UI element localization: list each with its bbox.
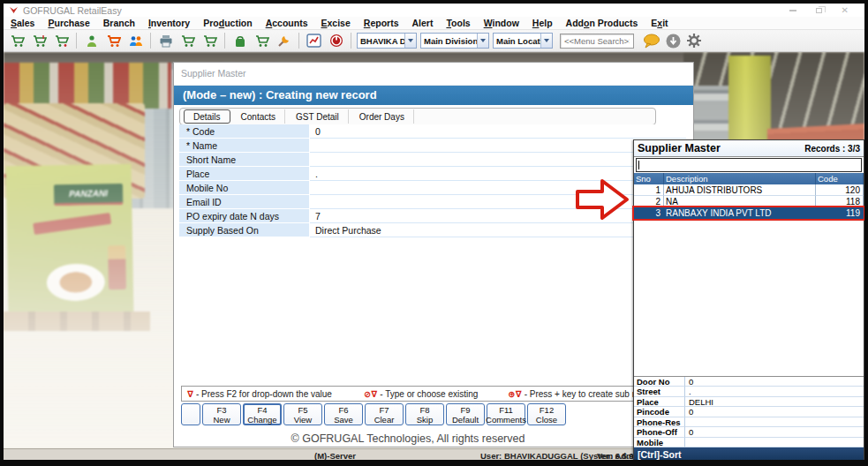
minimize-icon[interactable] xyxy=(789,10,796,11)
short-name-field[interactable] xyxy=(310,153,686,167)
division-combobox-value: Main Division xyxy=(421,36,477,46)
chat-bubble-icon[interactable] xyxy=(643,34,660,49)
f6-save-button[interactable]: F6Save xyxy=(324,403,363,425)
server-mode-label: (M)-Server xyxy=(314,451,356,460)
menu-excise[interactable]: Excise xyxy=(321,18,351,28)
purchase-cart-icon[interactable] xyxy=(29,32,49,50)
toolbar-separator xyxy=(351,33,351,49)
tools-wrench-icon[interactable] xyxy=(274,32,294,50)
menu-purchase[interactable]: Purchase xyxy=(48,18,89,28)
menu-sales[interactable]: Sales xyxy=(11,18,34,28)
hint-bar: ∇ - Press F2 for drop-down the value ⊘∇ … xyxy=(181,386,676,402)
table-header-row: Sno Description Code xyxy=(634,173,864,184)
mobile-label: Mobile xyxy=(634,438,685,448)
supply-based-on-field[interactable]: Direct Purchase xyxy=(310,223,686,237)
f3-new-button[interactable]: F3New xyxy=(202,403,241,425)
f5-view-button[interactable]: F5View xyxy=(283,403,322,425)
short-name-label: Short Name xyxy=(179,153,310,167)
supplier-filter-input[interactable] xyxy=(636,158,862,172)
restore-icon[interactable] xyxy=(816,8,822,13)
tab-gst-detail[interactable]: GST Detail xyxy=(287,109,349,124)
menu-exit[interactable]: Exit xyxy=(651,18,668,28)
titlebar: GOFRUGAL RetailEasy ✕ xyxy=(4,4,864,17)
toolbar-separator xyxy=(298,33,299,49)
code-column-header[interactable]: Code xyxy=(816,173,864,184)
supplier-master-window: Supplier Master (Mode – new) : Creating … xyxy=(173,62,694,447)
f7-clear-button[interactable]: F7Clear xyxy=(365,403,404,425)
red-pointer-arrow xyxy=(576,177,630,222)
f4-change-button[interactable]: F4Change xyxy=(243,403,282,425)
supply-based-on-label: Supply Based On xyxy=(179,223,310,237)
tab-details[interactable]: Details xyxy=(184,109,230,124)
cart-icon[interactable] xyxy=(252,32,272,50)
hint-text: - Press + key to create sub mast xyxy=(525,389,652,399)
fkey-blank-button[interactable] xyxy=(181,403,200,425)
supplier-table: Sno Description Code 1 AHUJA DISTRIBUTOR… xyxy=(634,173,864,219)
cell-sno: 2 xyxy=(634,196,664,207)
menu-alert[interactable]: Alert xyxy=(411,18,433,28)
menu-accounts[interactable]: Accounts xyxy=(266,18,308,28)
location-combobox[interactable]: Main Location xyxy=(493,33,553,49)
menu-inventory[interactable]: Inventory xyxy=(148,18,190,28)
sno-column-header[interactable]: Sno xyxy=(634,173,664,184)
return-cart-icon[interactable] xyxy=(51,32,72,50)
menu-window[interactable]: Window xyxy=(484,18,519,28)
supplier-person-icon[interactable] xyxy=(81,32,102,50)
printer-icon[interactable] xyxy=(155,32,176,50)
stock-bag-icon[interactable] xyxy=(230,32,250,50)
mode-bar: (Mode – new) : Creating new record xyxy=(174,86,693,105)
menu-addon-products[interactable]: Addon Products xyxy=(566,18,638,28)
table-row[interactable]: 2 NA 118 xyxy=(634,196,864,207)
menu-reports[interactable]: Reports xyxy=(364,18,399,28)
description-column-header[interactable]: Description xyxy=(664,173,816,184)
function-key-bar: F3New F4Change F5View F6Save F7Clear F8S… xyxy=(181,403,566,425)
phone-res-value xyxy=(685,417,864,428)
buy-cart-icon[interactable] xyxy=(103,32,124,50)
menu-search-input[interactable] xyxy=(560,34,634,49)
table-row[interactable]: 1 AHUJA DISTRIBUTORS 120 xyxy=(634,184,864,196)
power-off-icon[interactable] xyxy=(326,32,346,50)
cell-description: NA xyxy=(664,196,816,207)
sales-cart-icon[interactable] xyxy=(7,32,27,50)
menu-help[interactable]: Help xyxy=(532,18,553,28)
f12-close-button[interactable]: F12Close xyxy=(527,403,566,425)
street-label: Street xyxy=(634,387,685,397)
download-icon[interactable] xyxy=(666,34,681,49)
lookup-header: Supplier Master Records : 3/3 xyxy=(634,140,864,157)
chevron-down-icon[interactable] xyxy=(404,34,416,48)
menu-production[interactable]: Production xyxy=(203,18,252,28)
tab-strip: Details Contacts GST Detail Order Days xyxy=(179,108,656,125)
cell-description: RANBAXY INDIA PVT LTD xyxy=(664,207,816,219)
text-caret xyxy=(638,161,639,169)
tab-order-days[interactable]: Order Days xyxy=(351,109,414,124)
f9-default-button[interactable]: F9Default xyxy=(446,403,485,425)
cart-icon[interactable] xyxy=(200,32,220,50)
ctrl-sort-bar: [Ctrl]-Sort xyxy=(634,447,864,460)
place-label: Place xyxy=(634,397,685,408)
cart-icon[interactable] xyxy=(177,32,198,50)
customers-people-icon[interactable] xyxy=(125,32,146,50)
dropdown-hint-icon: ∇ xyxy=(187,389,193,399)
table-empty-area xyxy=(634,219,864,376)
user-combobox[interactable]: BHAVIKA DUGG xyxy=(357,33,417,49)
chevron-down-icon[interactable] xyxy=(540,34,552,48)
name-field[interactable] xyxy=(310,139,686,153)
code-field[interactable]: 0 xyxy=(310,124,686,139)
screenshot-root: GOFRUGAL RetailEasy ✕ Sales Purchase Bra… xyxy=(0,0,868,466)
table-row-selected[interactable]: 3 RANBAXY INDIA PVT LTD 119 xyxy=(634,207,864,219)
cell-sno: 3 xyxy=(634,207,664,219)
menu-tools[interactable]: Tools xyxy=(446,18,470,28)
user-combobox-value: BHAVIKA DUGG xyxy=(358,36,404,46)
menu-branch[interactable]: Branch xyxy=(103,18,135,28)
division-combobox[interactable]: Main Division xyxy=(420,33,489,49)
close-icon[interactable]: ✕ xyxy=(842,4,849,16)
chevron-down-icon[interactable] xyxy=(477,34,488,48)
form-row: * Code0 xyxy=(179,124,686,139)
settings-gear-icon[interactable] xyxy=(686,33,702,49)
tab-contacts[interactable]: Contacts xyxy=(232,109,285,124)
toolbar-separator xyxy=(76,33,77,49)
f8-skip-button[interactable]: F8Skip xyxy=(405,403,444,425)
name-label: * Name xyxy=(179,139,310,153)
reports-chart-icon[interactable] xyxy=(304,32,324,50)
f11-comments-button[interactable]: F11Comments xyxy=(487,403,525,425)
